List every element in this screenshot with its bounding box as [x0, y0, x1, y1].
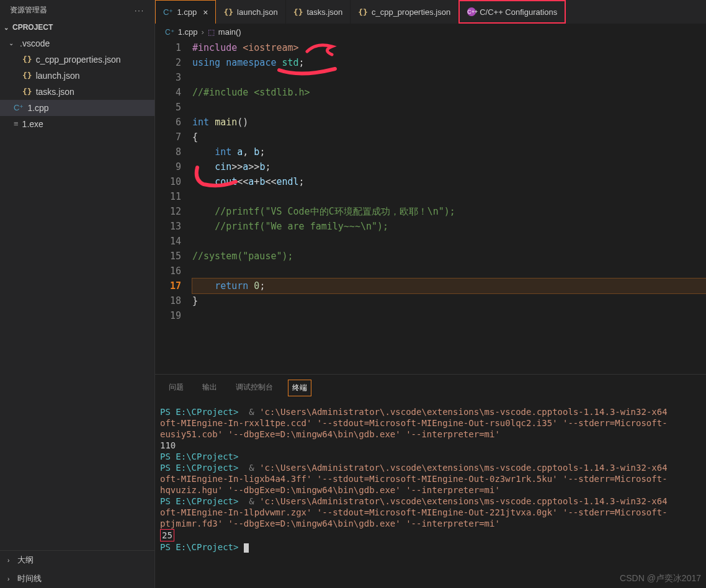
json-icon: {} — [358, 7, 368, 17]
code-line[interactable]: int main() — [192, 115, 706, 130]
file-item[interactable]: {}c_cpp_properties.json — [0, 51, 154, 68]
timeline-section[interactable]: ›时间线 — [0, 569, 154, 588]
editor-tabs: C⁺1.cpp×{}launch.json{}tasks.json{}c_cpp… — [155, 0, 706, 24]
watermark: CSDN @卢奕冰2017 — [620, 573, 701, 584]
line-numbers: 12345678910111213141516171819 — [155, 40, 192, 374]
explorer-title: 资源管理器 — [10, 5, 47, 16]
editor-tab[interactable]: C++C/C++ Configurations — [458, 0, 566, 24]
code-line[interactable]: { — [192, 130, 706, 145]
chevron-right-icon: › — [7, 557, 15, 564]
file-item[interactable]: {}tasks.json — [0, 84, 154, 100]
file-item[interactable]: C⁺1.cpp — [0, 100, 154, 116]
cpp-icon: C⁺ — [163, 7, 173, 17]
folder-vscode[interactable]: ⌄ .vscode — [0, 35, 154, 51]
project-root[interactable]: ⌄ CPROJECT — [0, 20, 154, 34]
code-line[interactable]: //system("pause"); — [192, 249, 706, 264]
explorer-header: 资源管理器 ··· — [0, 0, 154, 20]
symbol-icon: ⬚ — [208, 28, 215, 37]
code-line[interactable]: #include <iostream> — [192, 40, 706, 55]
code-line[interactable] — [192, 70, 706, 85]
code-line[interactable]: //printf("We are family~~~\n"); — [192, 219, 706, 234]
code-line[interactable] — [192, 264, 706, 278]
json-icon: {} — [293, 7, 303, 17]
code-line[interactable] — [192, 308, 706, 323]
code-editor[interactable]: 12345678910111213141516171819 #include <… — [155, 40, 706, 374]
editor-tab[interactable]: {}c_cpp_properties.json — [351, 0, 458, 24]
file-tree: ⌄ .vscode {}c_cpp_properties.json{}launc… — [0, 34, 154, 550]
close-icon[interactable]: × — [203, 7, 208, 17]
cpp-icon: C⁺ — [14, 101, 24, 115]
chevron-right-icon: › — [7, 576, 15, 582]
panel-tabs: 问题输出调试控制台终端 — [155, 375, 706, 399]
chevron-down-icon: ⌄ — [4, 24, 11, 31]
editor-tab[interactable]: {}launch.json — [216, 0, 285, 24]
outline-section[interactable]: ›大纲 — [0, 551, 154, 569]
bottom-panel: 问题输出调试控制台终端 PS E:\CProject> & 'c:\Users\… — [155, 374, 706, 588]
code-line[interactable] — [192, 189, 706, 204]
sidebar-bottom: ›大纲 ›时间线 — [0, 550, 154, 588]
panel-tab[interactable]: 调试控制台 — [232, 380, 277, 396]
exe-icon: ≡ — [14, 117, 19, 131]
json-icon: {} — [22, 69, 32, 82]
chevron-down-icon: ⌄ — [9, 37, 16, 50]
config-icon: C++ — [467, 7, 476, 16]
code-line[interactable]: //#include <stdlib.h> — [192, 85, 706, 100]
editor-tab[interactable]: {}tasks.json — [286, 0, 351, 24]
code-line[interactable]: //printf("VS Code中的C环境配置成功，欧耶！\n"); — [192, 204, 706, 219]
chevron-right-icon: › — [201, 27, 203, 37]
file-item[interactable]: {}launch.json — [0, 68, 154, 84]
code-line[interactable] — [192, 234, 706, 249]
json-icon: {} — [223, 7, 233, 17]
terminal-content[interactable]: PS E:\CProject> & 'c:\Users\Administrato… — [155, 399, 706, 588]
json-icon: {} — [22, 85, 32, 99]
file-item[interactable]: ≡1.exe — [0, 116, 154, 132]
code-line[interactable]: cout<<a+b<<endl; — [192, 174, 706, 189]
panel-tab[interactable]: 终端 — [288, 380, 311, 396]
panel-tab[interactable]: 输出 — [199, 380, 221, 396]
panel-tab[interactable]: 问题 — [165, 380, 187, 396]
code-line[interactable]: cin>>a>>b; — [192, 159, 706, 174]
code-content[interactable]: #include <iostream>using namespace std; … — [192, 40, 706, 374]
code-line[interactable]: } — [192, 293, 706, 308]
more-icon[interactable]: ··· — [135, 6, 145, 15]
breadcrumb[interactable]: C⁺ 1.cpp › ⬚ main() — [155, 24, 706, 40]
code-line[interactable]: int a, b; — [192, 145, 706, 159]
code-line[interactable]: return 0; — [192, 278, 706, 293]
cpp-icon: C⁺ — [165, 28, 174, 37]
explorer-sidebar: 资源管理器 ··· ⌄ CPROJECT ⌄ .vscode {}c_cpp_p… — [0, 0, 155, 588]
main-area: C⁺1.cpp×{}launch.json{}tasks.json{}c_cpp… — [155, 0, 706, 588]
code-line[interactable] — [192, 100, 706, 115]
json-icon: {} — [22, 53, 32, 66]
code-line[interactable]: using namespace std; — [192, 55, 706, 70]
editor-tab[interactable]: C⁺1.cpp× — [155, 0, 216, 24]
